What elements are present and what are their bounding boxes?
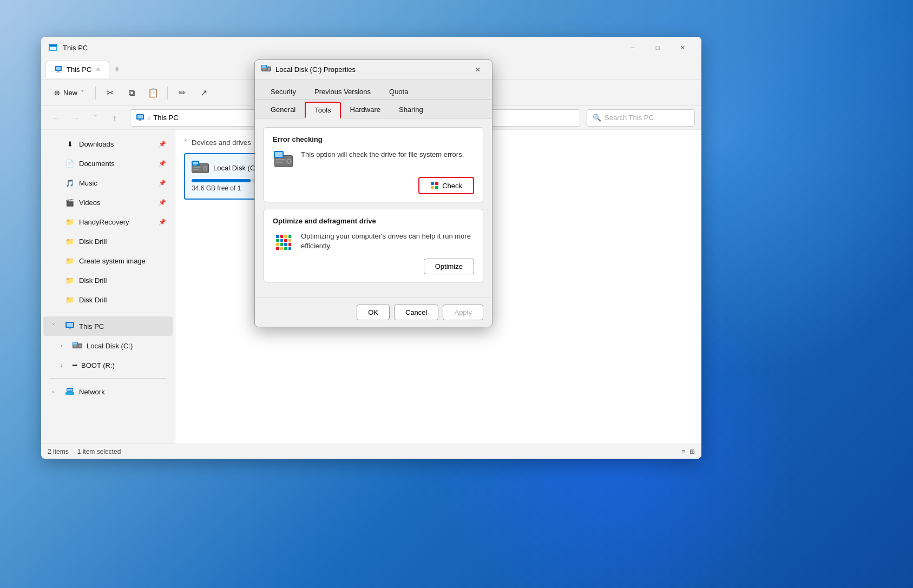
paste-button[interactable]: 📋 [143,83,163,103]
svg-rect-14 [68,329,72,329]
sidebar-label-diskdrill1: Disk Drill [79,237,107,246]
svg-rect-13 [69,328,71,329]
list-view-icon[interactable]: ≡ [681,448,685,455]
tab-general[interactable]: General [261,102,305,118]
copy-button[interactable]: ⧉ [122,83,141,103]
svg-rect-35 [194,164,196,166]
pin-icon: 📌 [159,160,166,167]
up-button[interactable]: ↑ [106,109,123,127]
drive-check-icon [273,150,294,171]
svg-rect-5 [57,71,60,72]
tab-hardware[interactable]: Hardware [341,102,390,118]
storage-bar-fill [192,179,251,182]
toolbar-separator-1 [95,87,96,100]
view-controls: ≡ ⊞ [681,448,695,455]
svg-rect-51 [431,182,434,185]
sidebar-item-local-disk-c[interactable]: › Local Disk (C:) [43,336,173,355]
optimize-body: Optimizing your computer's drives can he… [273,232,474,253]
local-disk-icon [73,342,82,349]
sidebar-label-documents: Documents [79,160,115,168]
optimize-button[interactable]: Optimize [424,259,474,274]
search-icon: 🔍 [593,114,601,122]
rename-button[interactable]: ✏ [172,83,192,103]
tab-sharing[interactable]: Sharing [390,102,432,118]
new-button[interactable]: ⊕ New ˅ [48,83,91,103]
this-pc-label: This PC [79,322,104,331]
back-button[interactable]: ← [48,109,65,127]
sidebar-item-diskdrill1[interactable]: 📁 Disk Drill [43,232,173,251]
pin-icon: 📌 [159,180,166,187]
dialog-title-bar: Local Disk (C:) Properties ✕ [255,60,492,80]
cancel-button[interactable]: Cancel [394,305,438,320]
this-pc-monitor-icon [65,321,75,331]
sidebar-divider-1 [50,313,166,313]
section-title: Devices and drives [192,138,251,147]
pin-icon: 📌 [159,199,166,206]
dialog-tabs: Security Previous Versions Quota [255,80,492,100]
pin-icon: 📌 [159,219,166,226]
svg-rect-10 [138,121,142,121]
new-plus-icon: ⊕ [54,89,60,97]
monitor-icon [55,65,62,73]
svg-rect-4 [56,67,61,70]
svg-point-28 [204,167,206,169]
defrag-icon [273,232,294,253]
sidebar-item-network[interactable]: › Network [43,382,173,401]
svg-rect-40 [262,69,265,70]
svg-point-17 [79,345,81,347]
tab-tools[interactable]: Tools [305,102,340,118]
boot-drive-icon: ━ [73,361,77,369]
tab-this-pc[interactable]: This PC ✕ [45,61,109,78]
sidebar-item-handyrecovery[interactable]: 📁 HandyRecovery 📌 [43,212,173,232]
ok-button[interactable]: OK [357,305,390,320]
sidebar-item-music[interactable]: 🎵 Music 📌 [43,173,173,193]
tab-previous-versions[interactable]: Previous Versions [305,84,380,99]
dialog-title: Local Disk (C:) Properties [275,65,470,74]
maximize-button[interactable]: □ [645,39,670,56]
error-checking-section: Error checking This option will check th… [264,127,483,202]
window-controls: ─ □ ✕ [620,39,695,56]
sidebar-label-create-system-image: Create system image [79,257,146,265]
sidebar-label-diskdrill3: Disk Drill [79,296,107,304]
check-button[interactable]: Check [418,177,474,194]
search-bar[interactable]: 🔍 Search This PC [587,109,695,127]
chevron-right-icon: › [52,388,61,395]
search-placeholder: Search This PC [605,114,654,122]
recent-locations-button[interactable]: ˅ [87,109,104,127]
sidebar-item-boot-r[interactable]: › ━ BOOT (R:) [43,355,173,375]
grid-view-icon[interactable]: ⊞ [689,448,695,455]
items-count: 2 items [48,448,69,455]
forward-button[interactable]: → [67,109,84,127]
new-tab-button[interactable]: + [109,62,124,77]
sidebar-item-downloads[interactable]: ⬇ Downloads 📌 [43,134,173,154]
minimize-button[interactable]: ─ [620,39,645,56]
close-button[interactable]: ✕ [670,39,695,56]
sidebar-item-this-pc[interactable]: ˅ This PC [43,316,173,336]
optimize-button-container: Optimize [273,259,474,274]
tab-close-icon[interactable]: ✕ [96,67,100,72]
sidebar-label-music: Music [79,179,97,187]
boot-r-label: BOOT (R:) [81,361,115,369]
svg-rect-6 [56,72,61,72]
folder-icon: 📁 [65,256,75,266]
share-button[interactable]: ↗ [194,83,213,103]
hdd-icon [192,161,209,175]
tab-quota[interactable]: Quota [380,84,417,99]
svg-rect-24 [67,389,73,391]
optimize-title: Optimize and defragment drive [273,217,474,225]
new-label: New [63,89,77,97]
tab-security[interactable]: Security [261,84,305,99]
apply-button[interactable]: Apply [443,305,483,320]
chevron-right-icon: › [61,362,68,368]
dialog-close-button[interactable]: ✕ [470,62,485,77]
sidebar-item-documents[interactable]: 📄 Documents 📌 [43,154,173,173]
sidebar-item-videos[interactable]: 🎬 Videos 📌 [43,193,173,212]
svg-rect-12 [67,323,73,327]
sidebar-item-create-system-image[interactable]: 📁 Create system image [43,251,173,270]
sidebar-item-diskdrill2[interactable]: 📁 Disk Drill [43,270,173,290]
dialog-footer: OK Cancel Apply [255,298,492,327]
cut-button[interactable]: ✂ [100,83,120,103]
svg-rect-50 [275,152,283,157]
sidebar-item-diskdrill3[interactable]: 📁 Disk Drill [43,290,173,309]
toolbar-separator-2 [167,87,168,100]
